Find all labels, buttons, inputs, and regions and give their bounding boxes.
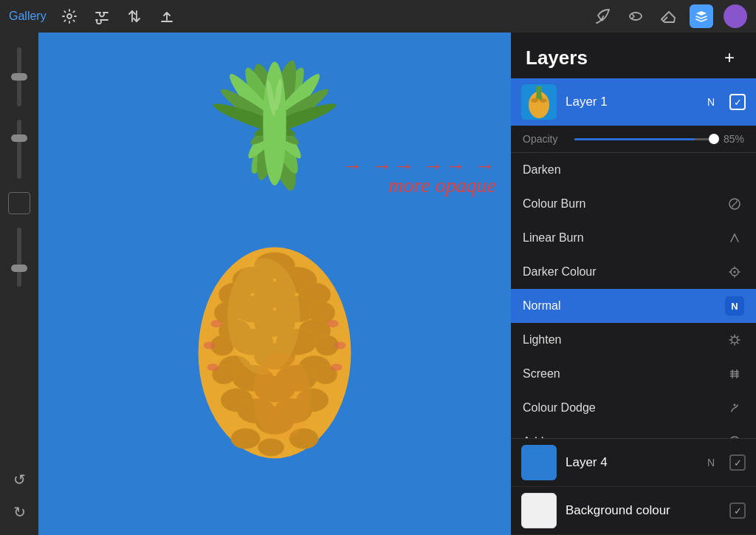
- settings-icon[interactable]: [60, 7, 79, 26]
- blend-mode-normal-label: Normal: [523, 299, 561, 313]
- svg-point-52: [204, 342, 216, 350]
- layer4-visibility[interactable]: ✓: [729, 454, 746, 471]
- layer4-name: Layer 4: [566, 455, 698, 470]
- opacity-tool-slider[interactable]: [17, 120, 21, 179]
- export-icon[interactable]: [157, 7, 176, 26]
- add-layer-button[interactable]: +: [718, 46, 741, 69]
- svg-point-46: [231, 429, 260, 449]
- darker-colour-icon: [725, 262, 744, 282]
- layer-item-background[interactable]: Background colour ✓: [511, 487, 756, 535]
- svg-point-74: [734, 404, 736, 406]
- opacity-value: 85%: [724, 133, 744, 145]
- opacity-label: Opacity: [523, 133, 567, 145]
- blend-mode-darker-colour[interactable]: Darker Colour: [511, 255, 756, 289]
- gallery-button[interactable]: Gallery: [9, 10, 47, 23]
- blend-mode-screen-label: Screen: [523, 367, 560, 381]
- lighten-icon: [725, 330, 744, 350]
- svg-point-48: [258, 439, 284, 457]
- canvas[interactable]: → →→ →→ → more opaque: [38, 33, 511, 535]
- layer4-mode: N: [707, 457, 715, 468]
- layers-header: Layers +: [511, 33, 756, 78]
- third-slider[interactable]: [17, 228, 21, 287]
- colour-burn-icon: [725, 194, 744, 214]
- layers-button[interactable]: [690, 4, 713, 28]
- opacity-row: Opacity 85%: [511, 126, 756, 152]
- svg-point-56: [331, 364, 343, 371]
- brush-size-slider[interactable]: [17, 47, 21, 106]
- layer1-thumbnail: [521, 84, 557, 120]
- svg-point-66: [734, 271, 736, 273]
- square-tool-button[interactable]: [8, 192, 30, 214]
- screen-icon: [725, 364, 744, 384]
- transform-icon[interactable]: [125, 7, 144, 26]
- opacity-slider[interactable]: [574, 138, 716, 140]
- blend-mode-linear-burn-label: Linear Burn: [523, 231, 584, 245]
- svg-point-51: [210, 320, 222, 327]
- svg-point-54: [327, 320, 339, 327]
- background-visibility[interactable]: ✓: [729, 502, 746, 519]
- layer1-name: Layer 1: [566, 95, 698, 109]
- blend-mode-add[interactable]: Add: [511, 425, 756, 438]
- color-picker[interactable]: [724, 4, 747, 28]
- background-thumbnail: [521, 493, 557, 528]
- toolbar-left: Gallery: [9, 7, 176, 26]
- layer-item-layer1[interactable]: Layer 1 N ✓: [511, 78, 756, 126]
- blend-mode-normal[interactable]: Normal N: [511, 289, 756, 323]
- smear-icon[interactable]: [625, 5, 647, 27]
- blend-mode-linear-burn[interactable]: Linear Burn: [511, 221, 756, 255]
- background-name: Background colour: [566, 503, 721, 518]
- blend-mode-lighten[interactable]: Lighten: [511, 323, 756, 357]
- blend-mode-darker-colour-label: Darker Colour: [523, 265, 597, 279]
- opacity-fill: [574, 138, 695, 140]
- layers-panel: Layers + Layer 1 N ✓: [511, 33, 756, 535]
- layers-title: Layers: [526, 47, 588, 69]
- layer1-mode: N: [707, 96, 715, 108]
- normal-icon: N: [725, 296, 744, 316]
- blend-mode-darken-label: Darken: [523, 163, 561, 177]
- blend-mode-darken[interactable]: Darken: [511, 153, 756, 187]
- eraser-icon[interactable]: [657, 5, 679, 27]
- bottom-layers: Layer 4 N ✓ Background colour ✓: [511, 438, 756, 535]
- left-sidebar: ↺ ↺: [0, 33, 38, 535]
- darken-icon: [725, 160, 744, 180]
- svg-point-55: [334, 342, 346, 350]
- undo-button[interactable]: ↺: [8, 468, 30, 491]
- svg-point-60: [531, 98, 538, 103]
- blend-mode-colour-burn[interactable]: Colour Burn: [511, 187, 756, 221]
- svg-point-68: [732, 337, 738, 343]
- blend-mode-screen[interactable]: Screen: [511, 357, 756, 391]
- layer4-thumbnail: [521, 445, 557, 480]
- layer1-visibility[interactable]: ✓: [729, 94, 746, 110]
- svg-point-50: [252, 352, 311, 440]
- linear-burn-icon: [725, 228, 744, 248]
- redo-button[interactable]: ↺: [8, 501, 30, 523]
- svg-point-12: [263, 62, 286, 185]
- blend-mode-colour-dodge-label: Colour Dodge: [523, 401, 596, 415]
- adjustments-icon[interactable]: [92, 7, 111, 26]
- svg-point-0: [67, 14, 72, 18]
- brush-icon[interactable]: [592, 5, 614, 27]
- blend-mode-colour-burn-label: Colour Burn: [523, 197, 585, 211]
- colour-dodge-icon: [725, 398, 744, 418]
- toolbar-right: [592, 4, 747, 28]
- canvas-area: → →→ →→ → more opaque: [38, 33, 511, 535]
- opacity-thumb: [709, 134, 719, 144]
- blend-mode-list[interactable]: Darken Colour Burn Linear Burn Da: [511, 153, 756, 438]
- top-toolbar: Gallery: [0, 0, 756, 33]
- blend-mode-colour-dodge[interactable]: Colour Dodge: [511, 391, 756, 425]
- svg-point-64: [537, 86, 540, 97]
- layer-item-layer4[interactable]: Layer 4 N ✓: [511, 439, 756, 487]
- add-icon: [725, 432, 744, 438]
- svg-point-53: [207, 364, 219, 371]
- blend-mode-lighten-label: Lighten: [523, 333, 562, 347]
